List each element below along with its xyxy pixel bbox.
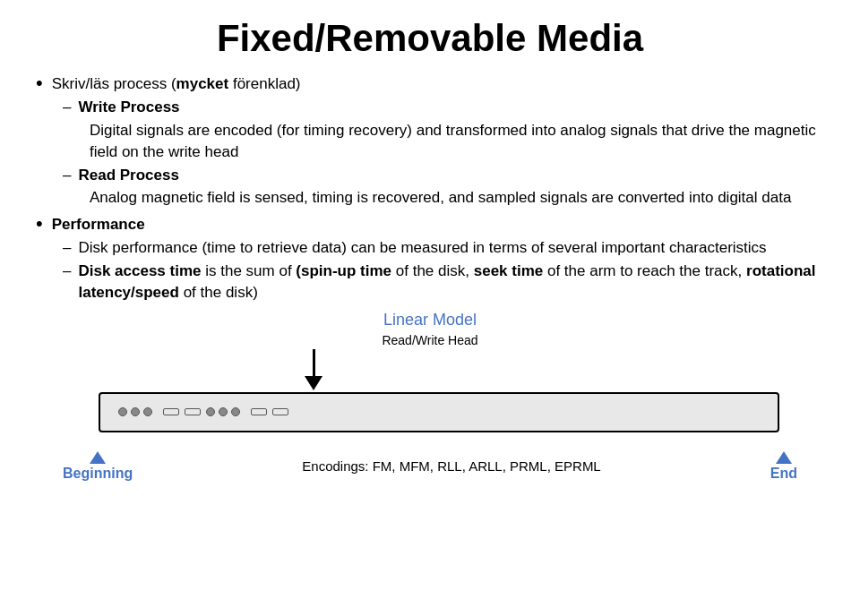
disk-access-item: – Disk access time is the sum of (spin-u…: [63, 261, 824, 304]
track-4: [272, 408, 288, 415]
slide-title: Fixed/Removable Media: [36, 18, 824, 59]
write-process-label: Write Process: [78, 98, 179, 116]
diagram-wrapper: [63, 349, 797, 448]
rw-arrow-line: [313, 349, 315, 376]
disk-access-text: Disk access time is the sum of (spin-up …: [78, 261, 824, 304]
disk-circle-2: [131, 407, 140, 416]
disk-circles-mid: [206, 407, 240, 416]
performance-label-text: Performance: [52, 214, 145, 235]
bullet-performance: • Performance: [36, 214, 824, 235]
rw-arrow-head: [305, 376, 322, 390]
track-3: [251, 408, 267, 415]
write-process-item: – Write Process: [63, 97, 824, 118]
read-process-item: – Read Process: [63, 165, 824, 186]
disk-performance-item: – Disk performance (time to retrieve dat…: [63, 237, 824, 259]
beginning-label: Beginning: [63, 451, 133, 482]
dash-perf2: –: [63, 261, 71, 282]
read-process-detail: Analog magnetic field is sensed, timing …: [90, 187, 824, 209]
diagram-section: Linear Model Read/Write Head: [36, 311, 824, 482]
bullet-dot-2: •: [36, 212, 43, 235]
bullet-skriv: • Skriv/läs process (mycket förenklad): [36, 73, 824, 95]
spinup-bold: (spin-up time: [296, 262, 391, 279]
dash-perf1: –: [63, 237, 71, 259]
bullet-skriv-text: Skriv/läs process (mycket förenklad): [52, 73, 301, 95]
encodings-label: Encodings: FM, MFM, RLL, ARLL, PRML, EPR…: [302, 458, 600, 474]
read-process-label: Read Process: [78, 167, 178, 184]
read-process-text: Read Process: [78, 165, 178, 186]
rw-arrow: [305, 349, 322, 390]
disk-circle-6: [231, 407, 240, 416]
bottom-labels: Beginning Encodings: FM, MFM, RLL, ARLL,…: [63, 451, 797, 482]
linear-model-label: Linear Model: [383, 311, 477, 329]
read-detail-text: Analog magnetic field is sensed, timing …: [90, 187, 791, 209]
end-label: End: [770, 451, 797, 482]
seek-bold: seek time: [474, 262, 544, 279]
disk-circle-3: [143, 407, 152, 416]
dash-write: –: [63, 97, 71, 118]
disk-circle-5: [219, 407, 228, 416]
disk-circle-4: [206, 407, 215, 416]
bullet-dot-1: •: [36, 72, 43, 95]
disk-access-bold: Disk access time: [78, 262, 201, 279]
disk-circle-1: [118, 407, 127, 416]
disk-circles-left: [118, 407, 152, 416]
content-area: • Skriv/läs process (mycket förenklad) –…: [36, 73, 824, 607]
dash-read: –: [63, 165, 71, 186]
beginning-up-arrow: [90, 451, 106, 464]
beginning-text: Beginning: [63, 466, 133, 482]
rw-head-label: Read/Write Head: [382, 333, 477, 347]
disk-rectangle: [99, 392, 779, 432]
end-up-arrow: [776, 451, 792, 464]
write-process-text: Write Process: [78, 97, 179, 118]
track-1: [163, 408, 179, 415]
slide-container: Fixed/Removable Media • Skriv/läs proces…: [0, 0, 860, 616]
disk-performance-text: Disk performance (time to retrieve data)…: [78, 237, 766, 259]
track-2: [185, 408, 201, 415]
write-process-detail: Digital signals are encoded (for timing …: [90, 120, 824, 163]
performance-label: Performance: [52, 216, 145, 233]
write-detail-text: Digital signals are encoded (for timing …: [90, 120, 824, 163]
end-text: End: [770, 466, 797, 482]
